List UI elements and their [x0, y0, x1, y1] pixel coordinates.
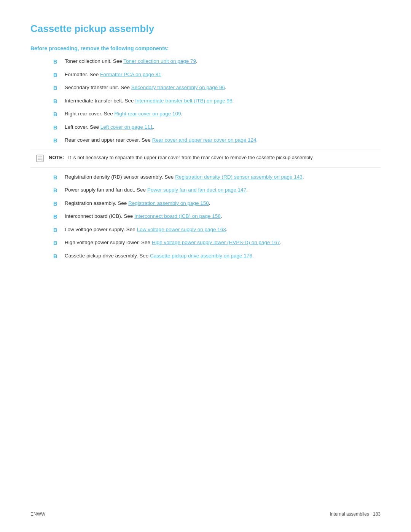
note-text: NOTE: It is not necessary to separate th… [49, 154, 314, 161]
list-item: B Power supply fan and fan duct. See Pow… [53, 186, 381, 195]
footer-section-label: Internal assemblies [330, 511, 369, 517]
list-item-text: Cassette pickup drive assembly. See Cass… [65, 252, 381, 260]
list-item-text: Power supply fan and fan duct. See Power… [65, 186, 381, 194]
link-cassette-pickup-drive[interactable]: Cassette pickup drive assembly on page 1… [150, 253, 252, 259]
list-item: B Intermediate transfer belt. See Interm… [53, 97, 381, 106]
link-icb[interactable]: Interconnect board (ICB) on page 158 [134, 213, 221, 219]
link-power-fan[interactable]: Power supply fan and fan duct on page 14… [147, 187, 246, 193]
link-lvps[interactable]: Low voltage power supply on page 163 [137, 227, 226, 232]
list-item: B Low voltage power supply. See Low volt… [53, 226, 381, 235]
note-label: NOTE: [49, 155, 64, 160]
list-item: B Secondary transfer unit. See Secondary… [53, 84, 381, 93]
footer-right: Internal assemblies 183 [330, 511, 381, 517]
link-rd-sensor[interactable]: Registration density (RD) sensor assembl… [175, 174, 303, 180]
list-after-note: B Registration density (RD) sensor assem… [53, 173, 381, 261]
link-itb[interactable]: Intermediate transfer belt (ITB) on page… [135, 98, 232, 104]
link-hvps[interactable]: High voltage power supply lower (HVPS-D)… [152, 240, 280, 245]
list-item: B High voltage power supply lower. See H… [53, 239, 381, 248]
page-title: Cassette pickup assembly [30, 23, 381, 35]
list-item: B Interconnect board (ICB). See Intercon… [53, 212, 381, 221]
note-box: NOTE: It is not necessary to separate th… [30, 150, 381, 168]
list-item-text: Interconnect board (ICB). See Interconne… [65, 212, 381, 220]
bullet-b: B [53, 97, 61, 106]
bullet-b: B [53, 186, 61, 195]
list-item: B Rear cover and upper rear cover. See R… [53, 136, 381, 145]
list-item: B Left cover. See Left cover on page 111… [53, 123, 381, 132]
list-item-text: Right rear cover. See Right rear cover o… [65, 110, 381, 118]
bullet-b: B [53, 252, 61, 261]
list-item: B Registration density (RD) sensor assem… [53, 173, 381, 182]
link-secondary-transfer[interactable]: Secondary transfer assembly on page 96 [131, 85, 225, 90]
list-item: B Registration assembly. See Registratio… [53, 200, 381, 208]
bullet-b: B [53, 84, 61, 93]
footer-left: ENWW [30, 511, 45, 517]
list-item-text: Formatter. See Formatter PCA on page 81. [65, 71, 381, 78]
list-item-text: Left cover. See Left cover on page 111. [65, 123, 381, 131]
list-item-text: Secondary transfer unit. See Secondary t… [65, 84, 381, 91]
link-left-cover[interactable]: Left cover on page 111 [100, 124, 153, 130]
bullet-b: B [53, 123, 61, 132]
bullet-b: B [53, 239, 61, 248]
list-item-text: Registration assembly. See Registration … [65, 200, 381, 207]
page: Cassette pickup assembly Before proceedi… [0, 0, 411, 532]
list-item-text: Rear cover and upper rear cover. See Rea… [65, 136, 381, 144]
list-item-text: Registration density (RD) sensor assembl… [65, 173, 381, 181]
note-content: It is not necessary to separate the uppe… [68, 155, 314, 160]
footer: ENWW Internal assemblies 183 [30, 511, 381, 517]
svg-rect-0 [37, 155, 43, 162]
link-formatter[interactable]: Formatter PCA on page 81 [100, 72, 161, 77]
link-right-rear-cover[interactable]: Right rear cover on page 109 [115, 111, 181, 117]
list-item: B Toner collection unit. See Toner colle… [53, 58, 381, 66]
bullet-b: B [53, 110, 61, 119]
list-item-text: High voltage power supply lower. See Hig… [65, 239, 381, 246]
list-item-text: Intermediate transfer belt. See Intermed… [65, 97, 381, 105]
list-item-text: Low voltage power supply. See Low voltag… [65, 226, 381, 233]
footer-page-number: 183 [373, 511, 381, 517]
list-item: B Cassette pickup drive assembly. See Ca… [53, 252, 381, 261]
bullet-b: B [53, 200, 61, 208]
bullet-b: B [53, 173, 61, 182]
bullet-b: B [53, 212, 61, 221]
list-item-text: Toner collection unit. See Toner collect… [65, 58, 381, 65]
link-toner-collection[interactable]: Toner collection unit on page 79 [123, 58, 196, 64]
bullet-b: B [53, 71, 61, 80]
link-registration-assembly[interactable]: Registration assembly on page 150 [128, 200, 209, 206]
list-before-note: B Toner collection unit. See Toner colle… [53, 58, 381, 145]
list-item: B Formatter. See Formatter PCA on page 8… [53, 71, 381, 80]
bullet-b: B [53, 226, 61, 235]
section-heading: Before proceeding, remove the following … [30, 45, 381, 51]
bullet-b: B [53, 58, 61, 66]
list-item: B Right rear cover. See Right rear cover… [53, 110, 381, 119]
bullet-b: B [53, 136, 61, 145]
link-rear-cover[interactable]: Rear cover and upper rear cover on page … [152, 137, 256, 143]
note-icon [36, 154, 45, 164]
